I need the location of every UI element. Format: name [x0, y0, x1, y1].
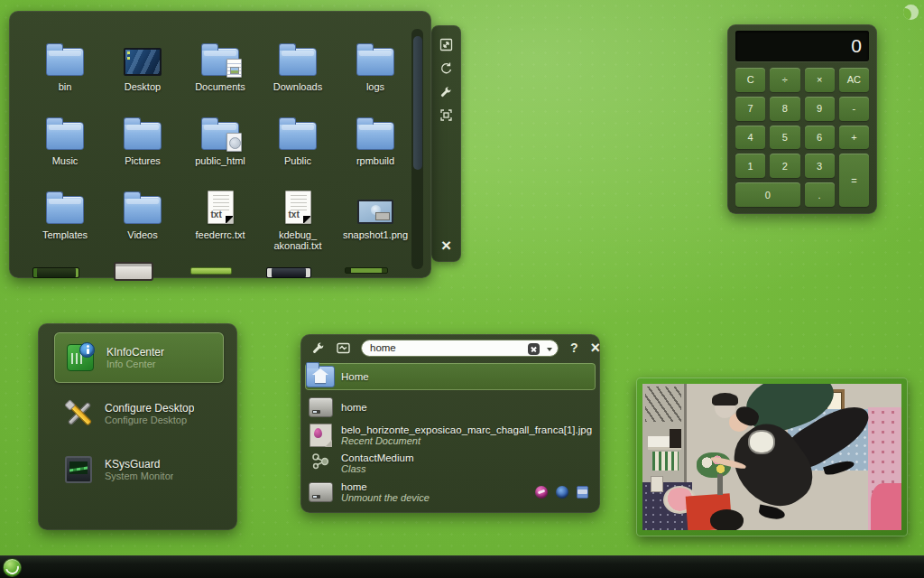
unmount-icon[interactable] [535, 486, 548, 499]
folder-home-icon [306, 366, 335, 387]
launcher-item-ksysguard[interactable]: KSysGuardSystem Monitor [45, 444, 230, 495]
folder-icon [279, 48, 317, 76]
folder-view-item[interactable]: Templates [27, 182, 103, 240]
calc-button-6[interactable]: 6 [805, 126, 835, 150]
folder-view-item[interactable]: txtfeederrc.txt [182, 182, 258, 240]
desktop-cashew-icon[interactable] [903, 5, 919, 20]
result-title: belo_horizonte_exposicao_marc_chagall_fr… [341, 424, 592, 435]
rotate-icon[interactable] [439, 60, 455, 76]
device-icon[interactable] [577, 486, 588, 499]
folder-item-label: kdebug_ akonadi.txt [260, 229, 336, 251]
result-subtitle: Recent Document [341, 435, 592, 446]
calc-button-1[interactable]: 1 [735, 154, 765, 178]
calc-button-mul[interactable]: × [805, 68, 835, 92]
launcher-item-kinfocenter[interactable]: KInfoCenterInfo Center [54, 332, 224, 383]
result-title: ContactMedium [341, 452, 414, 463]
browse-icon[interactable] [556, 486, 568, 499]
taskbar-panel: Run Command <2> 1 08:39 PM [0, 555, 924, 578]
desktop-icon [124, 48, 162, 76]
folder-view-item[interactable]: bin [27, 34, 103, 92]
krunner-result-row[interactable]: homeUnmount the device [305, 477, 596, 508]
folder-view-item[interactable]: Documents [182, 34, 258, 92]
folder-item-label: rpmbuild [337, 155, 413, 166]
folder-view-item[interactable]: Music [27, 108, 103, 166]
calc-button-8[interactable]: 8 [770, 97, 799, 121]
calc-button-ac[interactable]: AC [839, 68, 869, 92]
folder-item-label: Downloads [260, 81, 336, 92]
txt-badge: txt [289, 210, 300, 219]
quicklaunch-widget: KInfoCenterInfo CenterConfigure DesktopC… [38, 323, 237, 530]
folder-icon [46, 48, 84, 76]
folder-item-label: snapshot1.png [337, 229, 413, 240]
krunner-results-list: Homehomebelo_horizonte_exposicao_marc_ch… [300, 361, 600, 513]
calc-button-eq[interactable]: = [839, 154, 869, 207]
resize-icon[interactable] [439, 36, 455, 52]
calc-button-div[interactable]: ÷ [770, 68, 799, 92]
search-input[interactable] [370, 342, 523, 353]
folder-view-scrollbar[interactable] [411, 29, 423, 269]
window-preview-icon[interactable] [114, 262, 153, 281]
folder-item-label: feederrc.txt [182, 229, 258, 240]
launcher-item-title: Configure Desktop [105, 402, 194, 415]
app-launcher-icon[interactable] [3, 558, 22, 577]
image-file-icon [310, 424, 332, 447]
calc-button-0[interactable]: 0 [735, 182, 800, 207]
bar-green-thin-preview-icon[interactable] [345, 267, 388, 274]
krunner-result-row[interactable]: Home [305, 363, 596, 390]
folder-view-item[interactable]: Public [260, 108, 336, 166]
folder-view-item[interactable]: logs [337, 34, 413, 92]
result-title: home [341, 481, 430, 492]
configure-icon[interactable] [439, 83, 455, 99]
calc-button-3[interactable]: 3 [805, 154, 835, 178]
folder-view-item[interactable]: txtkdebug_ akonadi.txt [260, 182, 336, 251]
calc-button-9[interactable]: 9 [805, 97, 835, 121]
calc-button-minus[interactable]: - [839, 97, 869, 121]
folder-view-item[interactable]: Pictures [105, 108, 180, 166]
calc-button-2[interactable]: 2 [770, 154, 799, 178]
calc-button-c[interactable]: C [735, 68, 765, 92]
calc-button-7[interactable]: 7 [735, 97, 765, 121]
calc-button-plus[interactable]: + [839, 126, 869, 150]
maximize-icon[interactable] [439, 107, 455, 123]
bar-green-preview-icon[interactable] [190, 267, 232, 275]
close-widget-button[interactable]: × [441, 238, 451, 253]
folder-view-item[interactable]: Videos [105, 182, 180, 240]
wrench-icon[interactable] [311, 340, 326, 355]
folder-icon [356, 122, 394, 150]
folder-icon [356, 48, 394, 76]
folder-view-item[interactable]: Downloads [260, 34, 336, 92]
text-file-icon: txt [285, 191, 311, 224]
image-file-icon [357, 200, 393, 224]
folder-item-label: Desktop [105, 81, 180, 92]
chevron-down-icon[interactable] [547, 348, 552, 351]
panel-black-preview-icon[interactable] [266, 267, 311, 278]
clear-search-icon[interactable] [528, 343, 540, 355]
folder-view-item[interactable]: Desktop [105, 34, 180, 92]
launcher-item-configure-desktop[interactable]: Configure DesktopConfigure Desktop [45, 388, 230, 439]
txt-badge: txt [211, 210, 222, 219]
search-field [361, 340, 559, 357]
close-button[interactable]: × [590, 341, 600, 354]
help-button[interactable]: ? [570, 340, 578, 355]
krunner-result-row[interactable]: ContactMediumClass [305, 450, 596, 477]
chagall-painting-image [642, 384, 901, 530]
folder-icon [124, 122, 162, 150]
folder-item-label: logs [337, 81, 413, 92]
calc-button-4[interactable]: 4 [735, 126, 765, 150]
results-view-icon[interactable] [337, 342, 350, 354]
folder-view-item[interactable]: public_html [182, 108, 258, 166]
widget-handle-toolbar: × [431, 25, 461, 262]
krunner-result-row[interactable]: belo_horizonte_exposicao_marc_chagall_fr… [305, 421, 596, 450]
calculator-display: 0 [735, 31, 869, 61]
calc-button-dot[interactable]: . [805, 182, 835, 207]
scrollbar-thumb[interactable] [413, 36, 422, 170]
krunner-toolbar: ? × [300, 334, 600, 361]
calc-button-5[interactable]: 5 [770, 126, 799, 150]
panel-green-preview-icon[interactable] [32, 267, 79, 278]
folder-view-item[interactable]: snapshot1.png [337, 182, 413, 240]
class-nodes-icon [310, 451, 331, 476]
folder-item-label: Pictures [105, 155, 180, 166]
folder-view-item[interactable]: rpmbuild [337, 108, 413, 166]
folder-icon [46, 122, 84, 150]
krunner-result-row[interactable]: home [305, 394, 596, 421]
